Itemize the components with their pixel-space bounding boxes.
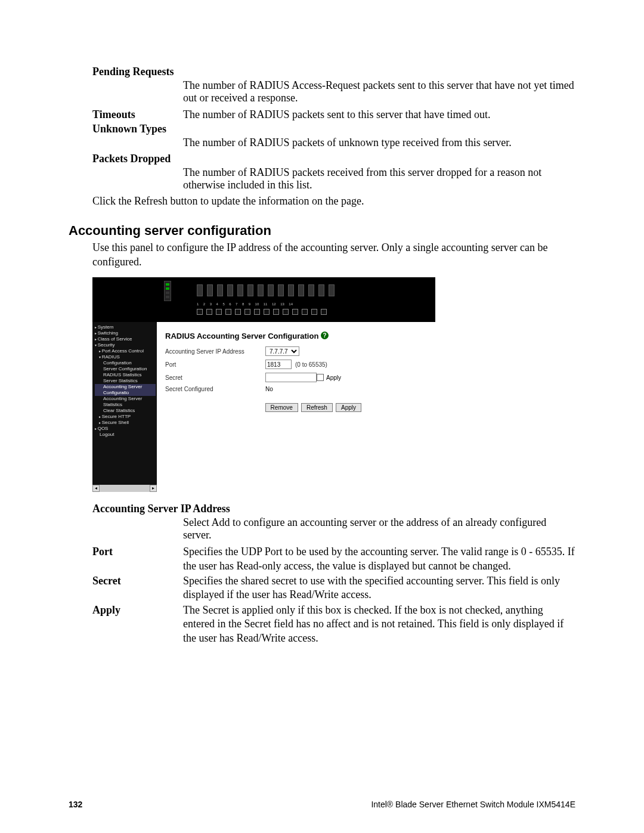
port-checkbox[interactable]	[206, 309, 212, 315]
nav-security[interactable]: Security	[95, 342, 156, 348]
port-checkbox[interactable]	[216, 309, 222, 315]
port-checkbox[interactable]	[311, 309, 317, 315]
port-select-row	[197, 309, 327, 315]
nav-qos[interactable]: QOS	[95, 426, 156, 432]
port-checkbox[interactable]	[302, 309, 308, 315]
port-checkbox[interactable]	[244, 309, 250, 315]
definitions-lower: Accounting Server IP Address Select Add …	[92, 503, 575, 645]
refresh-instruction: Click the Refresh button to update the i…	[92, 195, 575, 208]
scroll-right-icon[interactable]: ▸	[150, 485, 157, 492]
port-checkbox[interactable]	[273, 309, 279, 315]
port-checkbox[interactable]	[197, 309, 203, 315]
term-pending-requests: Pending Requests	[92, 66, 575, 78]
port-checkbox[interactable]	[235, 309, 241, 315]
nav-port-access-control[interactable]: Port Access Control	[95, 348, 156, 354]
refresh-button[interactable]: Refresh	[301, 403, 333, 412]
accounting-server-ip-select[interactable]: 7.7.7.7	[265, 346, 299, 356]
page-footer: 132 Intel® Blade Server Ethernet Switch …	[69, 800, 575, 809]
nav-tree: System Switching Class of Service Securi…	[92, 322, 157, 485]
term-secret: Secret	[92, 574, 183, 602]
term-accounting-server-ip: Accounting Server IP Address	[92, 503, 575, 515]
config-panel: RADIUS Accounting Server Configuration ?…	[157, 322, 435, 492]
embedded-screenshot: 12 34 56 78 910 1112 1314	[92, 277, 435, 492]
desc-packets-dropped: The number of RADIUS packets received fr…	[183, 166, 575, 191]
term-unknown-types: Unknown Types	[92, 123, 575, 135]
desc-apply: The Secret is applied only if this box i…	[183, 603, 575, 645]
nav-cos[interactable]: Class of Service	[95, 336, 156, 342]
nav-radius-statistics[interactable]: RADIUS Statistics	[95, 372, 156, 378]
status-leds	[164, 281, 171, 301]
port-graphic-row	[197, 284, 335, 296]
help-icon[interactable]: ?	[321, 332, 329, 339]
nav-configuration[interactable]: Configuration	[95, 360, 156, 366]
nav-switching[interactable]: Switching	[95, 330, 156, 336]
apply-checkbox[interactable]	[317, 374, 324, 381]
label-port: Port	[165, 361, 265, 368]
nav-secure-shell[interactable]: Secure Shell	[95, 420, 156, 426]
nav-radius[interactable]: RADIUS	[95, 354, 156, 360]
apply-checkbox-label: Apply	[326, 374, 341, 381]
desc-unknown-types: The number of RADIUS packets of unknown …	[183, 137, 575, 149]
nav-secure-http[interactable]: Secure HTTP	[95, 414, 156, 420]
nav-system[interactable]: System	[95, 324, 156, 330]
term-port: Port	[92, 545, 183, 573]
term-packets-dropped: Packets Dropped	[92, 153, 575, 165]
nav-accounting-server-configuration[interactable]: Accounting Server Configuratio	[95, 384, 156, 396]
scroll-left-icon[interactable]: ◂	[92, 485, 100, 492]
remove-button[interactable]: Remove	[265, 403, 298, 412]
nav-server-statistics[interactable]: Server Statistics	[95, 378, 156, 384]
page-number: 132	[69, 800, 82, 809]
section-heading: Accounting server configuration	[69, 223, 575, 239]
label-accounting-server-ip: Accounting Server IP Address	[165, 348, 265, 355]
device-header: 12 34 56 78 910 1112 1314	[92, 277, 435, 322]
port-number-row: 12 34 56 78 910 1112 1314	[197, 302, 293, 306]
nav-accounting-server-statistics[interactable]: Accounting Server Statistics	[95, 396, 156, 408]
port-range-hint: (0 to 65535)	[295, 361, 327, 368]
desc-port: Specifies the UDP Port to be used by the…	[183, 545, 575, 573]
secret-input[interactable]	[265, 373, 317, 382]
nav-server-configuration[interactable]: Server Configuration	[95, 366, 156, 372]
label-secret-configured: Secret Configured	[165, 386, 265, 392]
section-intro: Use this panel to configure the IP addre…	[92, 241, 575, 269]
port-checkbox[interactable]	[225, 309, 231, 315]
nav-scrollbar[interactable]: ◂ ▸	[92, 485, 157, 492]
apply-button[interactable]: Apply	[336, 403, 361, 412]
port-checkbox[interactable]	[321, 309, 327, 315]
secret-configured-value: No	[265, 386, 273, 392]
nav-clear-statistics[interactable]: Clear Statistics	[95, 408, 156, 414]
footer-title: Intel® Blade Server Ethernet Switch Modu…	[371, 800, 575, 809]
label-secret: Secret	[165, 374, 265, 381]
port-checkbox[interactable]	[283, 309, 289, 315]
panel-button-row: Remove Refresh Apply	[165, 403, 427, 412]
term-timeouts: Timeouts	[92, 108, 183, 122]
document-page: Pending Requests The number of RADIUS Ac…	[0, 0, 644, 833]
desc-accounting-server-ip: Select Add to configure an accounting se…	[183, 516, 575, 541]
term-apply: Apply	[92, 603, 183, 645]
port-checkbox[interactable]	[264, 309, 270, 315]
panel-title: RADIUS Accounting Server Configuration ?	[165, 332, 427, 340]
nav-logout[interactable]: Logout	[95, 432, 156, 438]
desc-secret: Specifies the shared secret to use with …	[183, 574, 575, 602]
definitions-upper: Pending Requests The number of RADIUS Ac…	[92, 66, 575, 191]
desc-timeouts: The number of RADIUS packets sent to thi…	[183, 108, 575, 122]
port-checkbox[interactable]	[292, 309, 298, 315]
desc-pending-requests: The number of RADIUS Access-Request pack…	[183, 79, 575, 104]
port-input[interactable]	[265, 360, 292, 369]
port-checkbox[interactable]	[254, 309, 260, 315]
